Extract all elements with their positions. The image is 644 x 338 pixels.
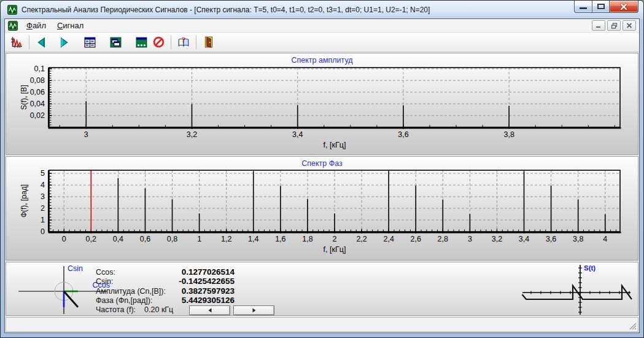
help-icon: ? — [177, 36, 190, 48]
cascade-windows-button[interactable] — [107, 34, 124, 50]
value-row: Csin: -0.1425422655 — [96, 277, 235, 286]
csin-label: Csin: — [96, 277, 113, 286]
svg-text:S(f), [В]: S(f), [В] — [20, 85, 28, 110]
svg-text:1,2: 1,2 — [221, 235, 231, 243]
svg-text:2: 2 — [333, 235, 337, 243]
menubar: Файл Сигнал — [5, 19, 639, 33]
titlebar: Спектральный Анализ Периодических Сигнал… — [4, 1, 640, 18]
svg-text:0,6: 0,6 — [140, 235, 150, 243]
svg-text:0,4: 0,4 — [113, 235, 123, 243]
harmonic-spinner — [189, 305, 274, 315]
arrange-icons-icon — [136, 37, 147, 48]
ccos-label: Ccos: — [96, 268, 115, 277]
tile-windows-button[interactable] — [81, 34, 98, 50]
svg-text:2,8: 2,8 — [438, 235, 448, 243]
next-harmonic-button[interactable] — [55, 34, 72, 50]
ccos-value: 0.1277026514 — [182, 267, 235, 277]
svg-text:3,4: 3,4 — [519, 235, 529, 243]
mdi-minimize-icon — [596, 23, 602, 28]
close-icon — [619, 3, 628, 10]
svg-text:3,4: 3,4 — [292, 130, 303, 139]
svg-text:0,2: 0,2 — [86, 235, 96, 243]
svg-text:3,8: 3,8 — [503, 130, 514, 139]
phase-spectrum-panel: Спектр Фаз 01234500,20,40,60,811,21,41,6… — [6, 156, 638, 261]
svg-text:0,1: 0,1 — [34, 65, 45, 73]
value-row: Фаза (Фn,[рад]): 5.4429305126 — [96, 296, 235, 305]
svg-text:0: 0 — [62, 235, 66, 243]
frequency-value: 0.20 кГц — [144, 305, 173, 314]
mdi-close-button[interactable] — [623, 20, 636, 31]
menu-item-file[interactable]: Файл — [21, 20, 51, 31]
svg-text:?: ? — [182, 36, 185, 44]
svg-text:3,8: 3,8 — [573, 235, 583, 243]
svg-text:1: 1 — [41, 216, 45, 224]
svg-text:0,06: 0,06 — [30, 88, 45, 96]
svg-text:2,2: 2,2 — [356, 235, 367, 243]
next-frequency-button[interactable] — [233, 305, 274, 315]
menu-item-signal[interactable]: Сигнал — [52, 20, 88, 31]
svg-text:1,8: 1,8 — [302, 235, 312, 243]
svg-text:3: 3 — [41, 192, 45, 201]
csin-value: -0.1425422655 — [179, 277, 235, 286]
svg-text:2,6: 2,6 — [411, 235, 421, 243]
amplitude-label: Амплитуда (Cn,[В]): — [96, 287, 166, 296]
prev-arrow-icon — [36, 37, 47, 48]
toolbar: ? — [5, 33, 639, 52]
svg-text:0,08: 0,08 — [30, 76, 45, 85]
svg-text:1: 1 — [197, 235, 201, 243]
amplitude-spectrum-chart: 0,020,040,060,080,133,23,43,63,8S(f), [В… — [6, 65, 639, 153]
svg-text:3,2: 3,2 — [492, 235, 502, 243]
statusbar — [6, 317, 638, 332]
svg-text:5: 5 — [41, 169, 45, 178]
value-row: Амплитуда (Cn,[В]): 0.3827597923 — [96, 286, 235, 296]
phase-chart-title: Спектр Фаз — [6, 157, 638, 168]
svg-text:0,8: 0,8 — [167, 235, 177, 243]
svg-text:Ф(f), [рад]: Ф(f), [рад] — [20, 184, 28, 218]
svg-text:3: 3 — [84, 130, 88, 139]
close-button[interactable] — [610, 1, 638, 13]
minimize-button[interactable] — [574, 1, 592, 13]
mdi-restore-icon — [611, 23, 618, 29]
mdi-close-icon — [626, 23, 632, 28]
signal-preview: S(t) — [519, 263, 634, 318]
mdi-restore-button[interactable] — [607, 20, 621, 31]
svg-text:3,6: 3,6 — [398, 130, 408, 139]
next-arrow-icon — [58, 37, 69, 48]
client-area: Файл Сигнал — [4, 18, 640, 333]
svg-text:0,02: 0,02 — [30, 111, 45, 120]
svg-text:1,4: 1,4 — [248, 235, 258, 243]
toolbar-separator — [29, 36, 29, 49]
svg-text:f, [кГц]: f, [кГц] — [324, 245, 346, 254]
svg-text:4: 4 — [603, 235, 607, 243]
mdi-minimize-button[interactable] — [592, 20, 605, 31]
help-button[interactable]: ? — [175, 34, 192, 50]
cascade-windows-icon — [110, 37, 122, 48]
resize-grip[interactable] — [629, 322, 637, 331]
toolbar-separator — [196, 36, 196, 49]
toolbar-separator — [171, 36, 171, 49]
svg-text:3,2: 3,2 — [187, 130, 197, 139]
exit-icon — [203, 36, 214, 48]
prev-harmonic-button[interactable] — [33, 34, 50, 50]
exit-button[interactable] — [200, 34, 217, 50]
arrange-icons-button[interactable] — [133, 34, 150, 50]
svg-text:1,6: 1,6 — [275, 235, 285, 243]
maximize-button[interactable] — [592, 1, 610, 13]
window-title: Спектральный Анализ Периодических Сигнал… — [21, 6, 430, 14]
close-all-button[interactable] — [150, 34, 167, 50]
spectrum-plot-button[interactable] — [8, 34, 25, 50]
mdi-child-icon — [8, 21, 18, 31]
app-icon — [7, 5, 17, 15]
svg-text:Csin: Csin — [68, 264, 83, 273]
minimize-icon — [580, 7, 587, 9]
amplitude-spectrum-panel: Спектр амплитуд 0,020,040,060,080,133,23… — [6, 53, 638, 155]
svg-text:0: 0 — [41, 227, 45, 236]
signal-preview-plot: S(t) — [519, 263, 634, 316]
svg-text:2: 2 — [41, 204, 45, 213]
harmonic-details-panel: CsinCcos Ccos: 0.1277026514 Csin: -0.142… — [6, 262, 638, 316]
mdi-window-controls — [592, 20, 636, 31]
svg-text:S(t): S(t) — [584, 264, 596, 272]
tile-windows-icon — [84, 37, 96, 48]
prev-frequency-button[interactable] — [189, 305, 230, 315]
value-row: Ccos: 0.1277026514 — [96, 267, 235, 277]
